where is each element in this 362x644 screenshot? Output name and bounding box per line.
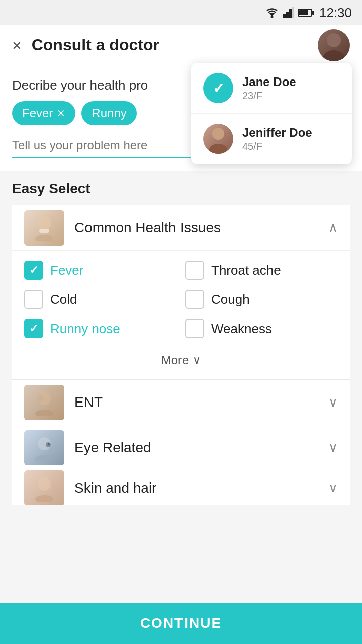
check-item-runny-nose[interactable]: Runny nose bbox=[24, 319, 177, 338]
close-button[interactable]: × bbox=[12, 37, 22, 53]
common-health-img bbox=[24, 210, 64, 246]
eye-chevron: ∨ bbox=[328, 440, 338, 455]
user-option-jane[interactable]: ✓ Jane Doe 23/F bbox=[191, 63, 352, 114]
status-time: 12:30 bbox=[319, 5, 352, 21]
tag-fever[interactable]: Fever ✕ bbox=[12, 101, 75, 125]
check-item-fever[interactable]: Fever bbox=[24, 261, 177, 280]
ent-label: ENT bbox=[74, 394, 328, 411]
user-dropdown: ✓ Jane Doe 23/F Jeniffer Doe 45/F bbox=[191, 63, 352, 164]
more-chevron-icon: ∨ bbox=[193, 354, 201, 367]
more-label: More bbox=[161, 353, 189, 367]
battery-icon bbox=[298, 8, 314, 17]
svg-rect-14 bbox=[39, 229, 49, 233]
label-throat-ache: Throat ache bbox=[211, 263, 281, 278]
checkbox-cough[interactable] bbox=[185, 290, 204, 309]
checkbox-runny-nose[interactable] bbox=[24, 319, 43, 338]
ent-chevron: ∨ bbox=[328, 394, 338, 410]
app-header: × Consult a doctor ✓ Jane Doe 23/F bbox=[0, 25, 362, 65]
category-eye[interactable]: Eye Related ∨ bbox=[12, 425, 350, 470]
label-cold: Cold bbox=[50, 292, 77, 307]
checkbox-cold[interactable] bbox=[24, 290, 43, 309]
status-icons bbox=[265, 7, 314, 18]
eye-label: Eye Related bbox=[74, 440, 328, 456]
svg-marker-0 bbox=[269, 13, 275, 16]
category-ent[interactable]: ENT ∨ bbox=[12, 379, 350, 425]
check-item-weakness[interactable]: Weakness bbox=[185, 319, 338, 338]
user-avatar-button[interactable] bbox=[318, 29, 350, 61]
svg-point-11 bbox=[212, 128, 224, 140]
svg-point-22 bbox=[48, 443, 50, 445]
check-item-cough[interactable]: Cough bbox=[185, 290, 338, 309]
jane-avatar: ✓ bbox=[203, 73, 233, 103]
label-fever: Fever bbox=[50, 263, 83, 278]
svg-rect-8 bbox=[312, 11, 314, 15]
skin-label: Skin and hair bbox=[74, 480, 328, 496]
svg-point-17 bbox=[35, 410, 53, 416]
common-health-checklist: Fever Throat ache Cold Cough Runny nose bbox=[12, 250, 350, 379]
signal-icon bbox=[283, 7, 294, 18]
checklist-grid: Fever Throat ache Cold Cough Runny nose bbox=[24, 261, 338, 338]
svg-point-24 bbox=[35, 495, 53, 502]
checkbox-weakness[interactable] bbox=[185, 319, 204, 338]
wifi-icon bbox=[265, 7, 279, 18]
check-item-throat-ache[interactable]: Throat ache bbox=[185, 261, 338, 280]
common-health-chevron: ∧ bbox=[328, 220, 338, 235]
svg-rect-5 bbox=[292, 7, 294, 18]
svg-point-10 bbox=[323, 50, 345, 61]
more-button[interactable]: More ∨ bbox=[24, 348, 338, 369]
svg-rect-3 bbox=[286, 12, 289, 18]
status-bar: 12:30 bbox=[0, 0, 362, 25]
tag-fever-close[interactable]: ✕ bbox=[57, 107, 65, 119]
label-cough: Cough bbox=[211, 292, 250, 307]
check-item-cold[interactable]: Cold bbox=[24, 290, 177, 309]
category-common-health[interactable]: Common Health Issues ∧ bbox=[12, 205, 350, 250]
svg-rect-7 bbox=[299, 10, 308, 15]
eye-img bbox=[24, 430, 64, 465]
svg-point-9 bbox=[327, 33, 341, 47]
svg-point-12 bbox=[209, 144, 227, 154]
label-weakness: Weakness bbox=[211, 321, 272, 337]
svg-point-23 bbox=[38, 477, 51, 491]
skin-img bbox=[24, 470, 64, 506]
common-health-label: Common Health Issues bbox=[74, 220, 328, 236]
svg-rect-4 bbox=[289, 9, 292, 18]
continue-button[interactable]: CONTINUE bbox=[0, 603, 362, 644]
ent-img bbox=[24, 385, 64, 420]
category-skin[interactable]: Skin and hair ∨ bbox=[12, 470, 350, 505]
page-title: Consult a doctor bbox=[32, 36, 318, 54]
user-option-jeniffer[interactable]: Jeniffer Doe 45/F bbox=[191, 114, 352, 164]
skin-chevron: ∨ bbox=[328, 480, 338, 496]
checkbox-throat-ache[interactable] bbox=[185, 261, 204, 280]
tag-runny[interactable]: Runny bbox=[81, 101, 136, 125]
svg-point-20 bbox=[35, 455, 53, 461]
label-runny-nose: Runny nose bbox=[50, 321, 120, 337]
svg-point-1 bbox=[270, 16, 273, 18]
jeniffer-name: Jeniffer Doe bbox=[242, 126, 312, 140]
checkbox-fever[interactable] bbox=[24, 261, 43, 280]
svg-point-15 bbox=[35, 235, 53, 242]
svg-rect-2 bbox=[283, 14, 286, 18]
svg-point-13 bbox=[37, 216, 51, 230]
jane-name: Jane Doe bbox=[242, 75, 296, 89]
jane-age: 23/F bbox=[242, 90, 296, 102]
easy-select-label: Easy Select bbox=[12, 181, 350, 197]
svg-point-18 bbox=[38, 395, 43, 402]
bottom-spacer bbox=[12, 505, 350, 555]
easy-select-section: Easy Select Common Health Issues ∧ Fever… bbox=[0, 171, 362, 555]
jeniffer-age: 45/F bbox=[242, 141, 312, 152]
jeniffer-avatar bbox=[203, 124, 233, 154]
